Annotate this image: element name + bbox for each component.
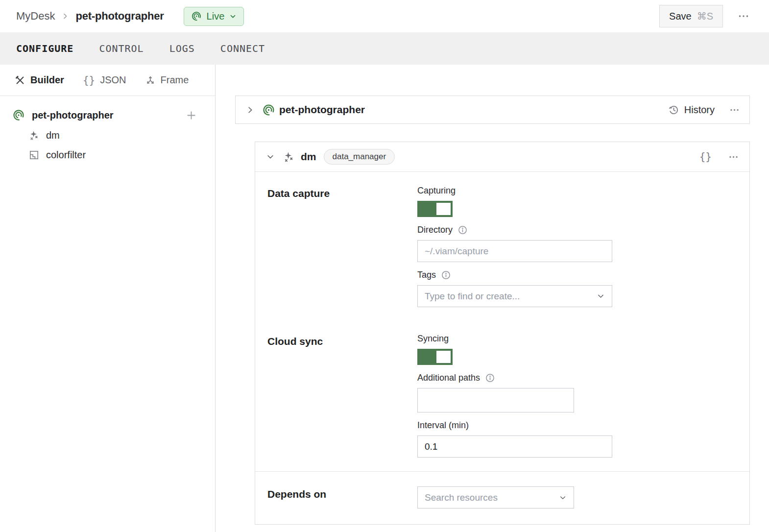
- tree-item-dm[interactable]: dm: [28, 130, 203, 141]
- interval-label: Interval (min): [417, 420, 469, 431]
- tree-item-dm-label: dm: [46, 130, 60, 141]
- config-view-tabs: Builder {} JSON Frame: [0, 65, 215, 96]
- breadcrumb-org-link[interactable]: MyDesk: [16, 10, 55, 23]
- component-name: dm: [301, 151, 316, 163]
- tree-item-colorfilter-label: colorfilter: [46, 149, 86, 161]
- breadcrumb: MyDesk pet-photographer: [16, 10, 164, 23]
- tags-select[interactable]: Type to find or create...: [417, 285, 612, 307]
- capturing-label: Capturing: [417, 186, 456, 196]
- tree-item-colorfilter[interactable]: colorfilter: [28, 149, 203, 161]
- tab-logs[interactable]: LOGS: [169, 43, 195, 54]
- history-button[interactable]: History: [668, 104, 715, 116]
- depends-on-heading: Depends on: [267, 486, 417, 508]
- resource-tree: pet-photographer dm: [0, 96, 215, 161]
- top-bar: MyDesk pet-photographer Live Save ⌘S: [0, 0, 769, 32]
- component-card-dm: dm data_manager {} Data capture Capturin…: [255, 142, 750, 525]
- info-icon[interactable]: [457, 225, 468, 235]
- view-tab-builder[interactable]: Builder: [15, 74, 64, 86]
- syncing-label: Syncing: [417, 334, 449, 344]
- collapse-chevron-down-icon[interactable]: [266, 152, 275, 161]
- config-main-panel: pet-photographer History: [216, 65, 769, 532]
- view-tab-json[interactable]: {} JSON: [83, 74, 126, 86]
- history-button-label: History: [684, 104, 715, 116]
- tree-item-machine-label: pet-photographer: [32, 110, 179, 121]
- additional-paths-input[interactable]: [417, 388, 574, 412]
- history-clock-icon: [668, 104, 679, 116]
- config-sidebar: Builder {} JSON Frame: [0, 65, 216, 532]
- tags-select-placeholder: Type to find or create...: [425, 291, 520, 302]
- tab-control[interactable]: CONTROL: [99, 43, 144, 54]
- data-capture-section: Data capture Capturing Directory: [267, 186, 737, 307]
- additional-paths-label: Additional paths: [417, 373, 480, 383]
- broadcast-icon: [191, 11, 202, 22]
- machine-card: pet-photographer History: [235, 96, 750, 124]
- data-manager-sparkle-icon: [283, 151, 295, 163]
- edit-json-braces-icon[interactable]: {}: [699, 151, 712, 163]
- nav-tab-bar: CONFIGURE CONTROL LOGS CONNECT: [0, 32, 769, 65]
- machine-broadcast-icon: [262, 103, 275, 117]
- data-capture-heading: Data capture: [267, 186, 417, 307]
- breadcrumb-machine-name: pet-photographer: [75, 10, 164, 23]
- capturing-toggle[interactable]: [417, 201, 453, 217]
- info-icon[interactable]: [441, 270, 451, 280]
- chevron-down-icon: [559, 494, 567, 502]
- chevron-down-icon: [597, 292, 605, 300]
- builder-icon: [15, 75, 25, 86]
- colorfilter-steps-icon: [28, 149, 40, 161]
- machine-status-dropdown[interactable]: Live: [184, 7, 244, 26]
- depends-on-placeholder: Search resources: [425, 492, 498, 503]
- tree-item-machine[interactable]: pet-photographer: [12, 109, 203, 121]
- component-type-badge: data_manager: [324, 149, 395, 165]
- overflow-menu-icon[interactable]: [738, 10, 749, 22]
- cloud-sync-heading: Cloud sync: [267, 334, 417, 458]
- machine-status-label: Live: [207, 11, 225, 22]
- view-tab-frame[interactable]: Frame: [145, 74, 189, 86]
- data-manager-sparkle-icon: [28, 130, 40, 141]
- depends-on-select[interactable]: Search resources: [417, 486, 574, 508]
- interval-input[interactable]: [417, 435, 612, 458]
- expand-chevron-right-icon[interactable]: [245, 105, 255, 115]
- view-tab-builder-label: Builder: [30, 74, 64, 86]
- machine-broadcast-icon: [12, 109, 25, 121]
- machine-card-menu-icon[interactable]: [729, 105, 740, 115]
- save-button[interactable]: Save ⌘S: [659, 5, 723, 27]
- depends-on-section: Depends on Search resources: [255, 472, 749, 524]
- view-tab-frame-label: Frame: [161, 74, 189, 86]
- tab-configure[interactable]: CONFIGURE: [16, 43, 73, 54]
- component-card-header: dm data_manager {}: [255, 142, 749, 172]
- machine-card-title: pet-photographer: [279, 104, 365, 116]
- directory-input[interactable]: [417, 240, 612, 262]
- info-icon[interactable]: [485, 373, 495, 383]
- save-shortcut-hint: ⌘S: [697, 10, 713, 22]
- component-card-menu-icon[interactable]: [728, 152, 739, 162]
- syncing-toggle[interactable]: [417, 349, 453, 365]
- chevron-down-icon: [229, 13, 237, 20]
- tags-label: Tags: [417, 270, 436, 280]
- frame-axes-icon: [145, 75, 156, 86]
- breadcrumb-separator-icon: [61, 12, 69, 20]
- tab-connect[interactable]: CONNECT: [220, 43, 265, 54]
- json-braces-icon: {}: [83, 74, 95, 86]
- cloud-sync-section: Cloud sync Syncing Additional paths: [267, 334, 737, 458]
- add-resource-icon[interactable]: [186, 110, 197, 121]
- view-tab-json-label: JSON: [100, 74, 126, 86]
- directory-label: Directory: [417, 225, 453, 235]
- save-button-label: Save: [669, 11, 692, 22]
